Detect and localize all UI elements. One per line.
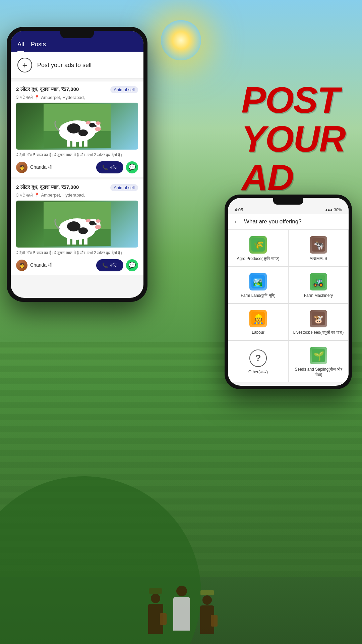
person2-body <box>173 597 190 631</box>
person3-head <box>202 595 212 605</box>
promo-text-block: POST YOUR AD <box>241 80 345 197</box>
svg-point-20 <box>78 227 88 234</box>
user-avatar-1: 👩 <box>16 162 27 173</box>
cow-svg-2 <box>44 202 111 246</box>
svg-rect-26 <box>67 238 70 245</box>
svg-point-24 <box>95 225 101 229</box>
call-label-1: कॉल <box>110 164 117 170</box>
person1-body <box>148 604 163 634</box>
call-button-1[interactable]: 📞 कॉल <box>96 161 123 173</box>
offering-title: What are you offering? <box>244 218 302 225</box>
whatsapp-button-2[interactable]: 💬 <box>126 259 138 271</box>
whatsapp-icon-2: 💬 <box>128 262 136 269</box>
agro-icon: 🌾 <box>249 236 267 254</box>
svg-text:👷: 👷 <box>253 314 264 324</box>
other-icon: ? <box>249 350 267 367</box>
listing-tag-2: Animal sell <box>110 184 138 191</box>
svg-text:🐮: 🐮 <box>313 314 323 324</box>
other-label: Other(अन्य) <box>248 370 268 375</box>
promo-line-3: AD <box>241 158 345 197</box>
livestock-feed-icon: 🐮 <box>310 310 327 327</box>
tab-all[interactable]: All <box>17 41 24 52</box>
seeds-label: Seeds and Sapling(बीज और पौधा) <box>292 367 345 377</box>
svg-point-9 <box>95 127 101 131</box>
category-animals[interactable]: 🐄 ANIMALS <box>288 230 349 267</box>
whatsapp-icon-1: 💬 <box>128 164 136 171</box>
whatsapp-button-1[interactable]: 💬 <box>126 161 138 173</box>
plus-icon: + <box>17 58 32 72</box>
cow-svg-1 <box>44 104 111 148</box>
svg-rect-27 <box>72 238 76 245</box>
svg-text:🌱: 🌱 <box>313 351 324 361</box>
svg-point-23 <box>86 219 90 222</box>
svg-rect-11 <box>67 140 70 147</box>
person3-backpack <box>211 615 218 627</box>
user-avatar-2: 👩 <box>16 260 27 271</box>
user-name-1: Chanda जी <box>30 164 52 170</box>
back-button[interactable]: ← <box>233 218 240 225</box>
status-right: ●●● 30% <box>325 208 342 212</box>
listing-image-2 <box>16 201 138 248</box>
listing-footer-2: 👩 Chanda जी 📞 कॉल 💬 <box>16 259 138 275</box>
svg-rect-13 <box>79 140 82 147</box>
user-name-2: Chanda जी <box>30 262 52 268</box>
phone-icon-1: 📞 <box>102 165 108 170</box>
listing-header-1: 2 लीटर दूध, दूसरा ब्यात, ₹57,000 Animal … <box>16 86 138 93</box>
svg-rect-12 <box>72 140 76 147</box>
person-2 <box>173 586 190 631</box>
svg-text:🏞️: 🏞️ <box>253 278 262 287</box>
listing-location-2: Amberpet, Hyderabad, <box>41 193 85 198</box>
animals-label: ANIMALS <box>310 256 327 262</box>
category-other[interactable]: ? Other(अन्य) <box>228 340 288 382</box>
svg-rect-28 <box>79 238 82 245</box>
listing-location-1: Amberpet, Hyderabad, <box>41 95 85 100</box>
category-seeds[interactable]: 🌱 Seeds and Sapling(बीज और पौधा) <box>288 340 349 382</box>
person-1 <box>148 588 163 634</box>
phone1-device: All Posts + Post your ads to sell 2 लीटर… <box>7 27 147 302</box>
phone-icon-2: 📞 <box>102 263 108 268</box>
phone1-notch <box>60 31 94 38</box>
svg-point-5 <box>78 129 88 136</box>
listing-header-2: 2 लीटर दूध, दूसरा ब्यात, ₹57,000 Animal … <box>16 184 138 191</box>
person3-hat <box>200 590 214 595</box>
animals-icon: 🐄 <box>310 236 327 254</box>
call-label-2: कॉल <box>110 262 117 268</box>
person3-body <box>200 605 214 634</box>
tab-posts[interactable]: Posts <box>31 41 46 52</box>
category-farmland[interactable]: 🏞️ Farm Land(कृषि भूमि) <box>228 267 288 304</box>
category-machinery[interactable]: 🚜 Farm Machinery <box>288 267 349 304</box>
listing-meta-2: 3 घंटे पहले 📍 Amberpet, Hyderabad, <box>16 193 138 198</box>
svg-point-4 <box>67 123 80 133</box>
phone2-device: 4:05 ●●● 30% ← What are you offering? 🌾 … <box>225 195 352 389</box>
person1-head <box>151 594 160 603</box>
category-labour[interactable]: 👷 Labour <box>228 304 288 340</box>
action-btns-1: 📞 कॉल 💬 <box>96 161 138 173</box>
listing-title-1: 2 लीटर दूध, दूसरा ब्यात, ₹57,000 <box>16 86 79 92</box>
listing-title-2: 2 लीटर दूध, दूसरा ब्यात, ₹57,000 <box>16 184 79 190</box>
svg-text:🌾: 🌾 <box>253 240 264 251</box>
svg-rect-29 <box>84 238 87 245</box>
svg-text:🐄: 🐄 <box>313 240 324 251</box>
svg-point-25 <box>95 223 97 225</box>
category-livestock-feed[interactable]: 🐮 Livestock Feed(पशुओं का चारा) <box>288 304 349 340</box>
listing-desc-1: ये देसी गाँस 5 साल का है।ये दूसरा ब्यात … <box>16 152 138 158</box>
labour-label: Labour <box>252 330 264 335</box>
category-agro[interactable]: 🌾 Agro Produce( कृषि उपज) <box>228 230 288 267</box>
status-time: 4:05 <box>235 207 243 212</box>
phone1-screen: All Posts + Post your ads to sell 2 लीटर… <box>11 31 143 298</box>
call-button-2[interactable]: 📞 कॉल <box>96 259 123 271</box>
phone2-screen: 4:05 ●●● 30% ← What are you offering? 🌾 … <box>228 198 349 386</box>
farmland-label: Farm Land(कृषि भूमि) <box>241 293 275 299</box>
post-ad-button[interactable]: + Post your ads to sell <box>11 52 143 79</box>
svg-point-7 <box>96 121 101 125</box>
listing-time-1: 3 घंटे पहले <box>16 95 33 100</box>
svg-text:🚜: 🚜 <box>313 277 324 287</box>
user-info-2: 👩 Chanda जी <box>16 260 52 271</box>
farmland-icon: 🏞️ <box>249 273 267 290</box>
post-ad-label: Post your ads to sell <box>37 62 92 69</box>
cow-illustration-2 <box>16 201 138 248</box>
listing-card-1: 2 लीटर दूध, दूसरा ब्यात, ₹57,000 Animal … <box>11 82 143 177</box>
listing-meta-1: 3 घंटे पहले 📍 Amberpet, Hyderabad, <box>16 95 138 100</box>
svg-point-19 <box>67 221 80 231</box>
person1-backpack <box>160 613 167 625</box>
